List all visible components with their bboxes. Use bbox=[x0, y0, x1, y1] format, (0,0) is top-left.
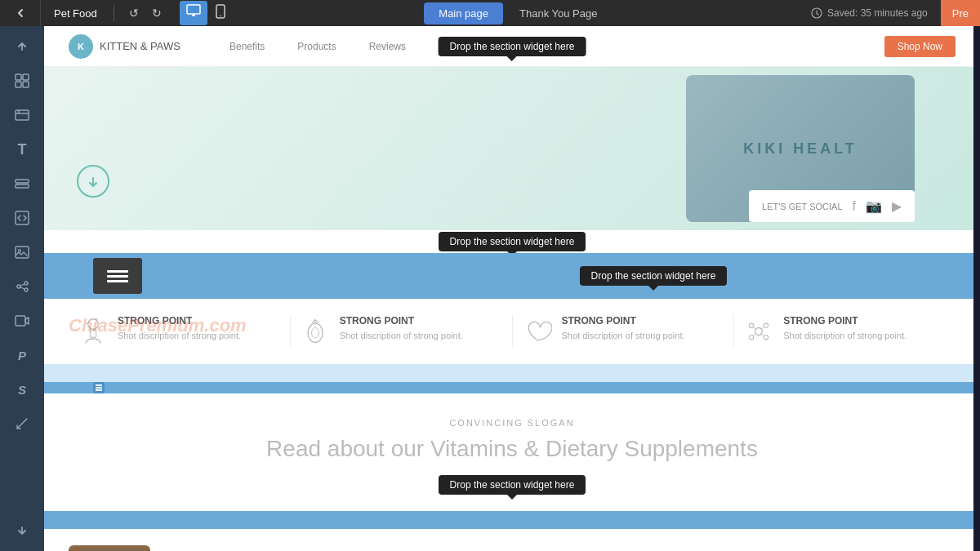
mobile-view-button[interactable] bbox=[209, 1, 232, 25]
text-icon: T bbox=[18, 141, 27, 158]
sidebar-layout[interactable] bbox=[6, 168, 38, 199]
youtube-icon[interactable]: ▶ bbox=[892, 198, 902, 214]
sidebar-text[interactable]: T bbox=[6, 134, 38, 165]
sidebar-video[interactable] bbox=[6, 305, 38, 336]
sidebar-paypal[interactable]: P bbox=[6, 340, 38, 371]
nav-link-benefits[interactable]: Benefits bbox=[229, 41, 265, 52]
redo-button[interactable]: ↻ bbox=[147, 5, 167, 21]
strong-point-1-icon bbox=[77, 315, 109, 348]
strong-point-2: STRONG POINT Shot discription of strong … bbox=[291, 315, 513, 348]
sidebar-image[interactable] bbox=[6, 237, 38, 268]
social-label: LET'S GET SOCIAL bbox=[762, 202, 842, 211]
strong-points-section: ChiasePremium.com STRONG POINT Shot disc… bbox=[44, 299, 980, 364]
svg-rect-36 bbox=[96, 389, 102, 391]
hero-brand-text: KIKI HEALT bbox=[743, 140, 858, 158]
svg-rect-22 bbox=[90, 330, 96, 337]
sp2-desc: Shot discription of strong point. bbox=[340, 330, 463, 342]
svg-line-31 bbox=[761, 327, 764, 330]
drop-tooltip-1: Drop the section widget here bbox=[439, 37, 586, 56]
desktop-view-button[interactable] bbox=[180, 1, 207, 25]
sidebar-scroll-up[interactable] bbox=[6, 31, 38, 62]
drop-zone-slogan: Drop the section widget here bbox=[69, 475, 956, 495]
drop-zone-blue-band: Drop the section widget here bbox=[327, 253, 980, 299]
sidebar-scroll-down[interactable] bbox=[6, 515, 38, 546]
strong-point-4-text: STRONG POINT Shot discription of strong … bbox=[783, 315, 906, 342]
svg-rect-9 bbox=[16, 180, 29, 183]
top-bar: Pet Food ↺ ↻ Main page Thank You Page Sa… bbox=[0, 0, 980, 26]
undo-redo-group: ↺ ↻ bbox=[118, 5, 173, 21]
sidebar-sections[interactable] bbox=[6, 65, 38, 96]
back-button[interactable] bbox=[0, 0, 41, 26]
svg-rect-8 bbox=[16, 110, 29, 120]
hero-arrow[interactable] bbox=[77, 165, 109, 198]
nav-section: K KITTEN & PAWS Benefits Products Review… bbox=[44, 26, 980, 67]
svg-rect-35 bbox=[96, 387, 102, 389]
page-name: Pet Food bbox=[41, 7, 110, 20]
strong-point-4-icon bbox=[742, 315, 775, 348]
undo-button[interactable]: ↺ bbox=[124, 5, 144, 21]
svg-rect-12 bbox=[16, 247, 29, 258]
drop-zone-nav: Drop the section widget here bbox=[439, 37, 586, 56]
saved-text: Saved: 35 minutes ago bbox=[827, 7, 928, 19]
nav-shop-button[interactable]: Shop Now bbox=[884, 36, 956, 57]
sp1-title: STRONG POINT bbox=[118, 315, 241, 327]
svg-point-15 bbox=[24, 282, 28, 285]
svg-line-33 bbox=[761, 334, 764, 336]
svg-point-21 bbox=[88, 319, 99, 330]
svg-point-23 bbox=[308, 323, 323, 342]
blue-band-section: Drop the section widget here bbox=[44, 253, 980, 299]
svg-line-30 bbox=[754, 327, 757, 330]
mini-widget bbox=[93, 382, 105, 393]
strong-point-1: STRONG POINT Shot discription of strong … bbox=[69, 315, 291, 348]
nav-link-reviews[interactable]: Reviews bbox=[369, 41, 406, 52]
drop-tooltip-4: Drop the section widget here bbox=[439, 475, 586, 495]
sp2-title: STRONG POINT bbox=[340, 315, 463, 327]
sidebar-media[interactable] bbox=[6, 100, 38, 131]
blue-spacer-bottom bbox=[44, 511, 980, 529]
slogan-main: Read about our Vitamins & Dietary Supple… bbox=[69, 436, 956, 462]
preview-button[interactable]: Pre bbox=[941, 0, 980, 26]
sidebar-social[interactable] bbox=[6, 271, 38, 302]
svg-point-14 bbox=[17, 285, 20, 288]
svg-rect-7 bbox=[23, 82, 29, 87]
nav-link-products[interactable]: Products bbox=[297, 41, 336, 52]
instagram-icon[interactable]: 📷 bbox=[866, 198, 882, 214]
product-bottle-image bbox=[69, 545, 150, 551]
section-widget-icon[interactable] bbox=[93, 258, 142, 294]
divider bbox=[114, 5, 114, 21]
mini-blue-band bbox=[44, 382, 980, 393]
sp1-desc: Shot discription of strong point. bbox=[118, 330, 241, 342]
light-blue-band bbox=[44, 364, 980, 382]
svg-point-28 bbox=[750, 335, 754, 340]
drop-tooltip-2: Drop the section widget here bbox=[439, 232, 586, 251]
paypal-icon: P bbox=[18, 349, 26, 362]
sidebar-embed[interactable] bbox=[6, 202, 38, 233]
svg-point-29 bbox=[764, 335, 768, 340]
sp4-title: STRONG POINT bbox=[783, 315, 906, 327]
facebook-icon[interactable]: f bbox=[853, 199, 856, 214]
sidebar-misc[interactable] bbox=[6, 408, 38, 439]
svg-rect-34 bbox=[96, 384, 102, 386]
tab-main-page[interactable]: Main page bbox=[424, 2, 503, 24]
strong-point-1-text: STRONG POINT Shot discription of strong … bbox=[118, 315, 241, 342]
svg-rect-20 bbox=[107, 280, 128, 282]
slogan-section: CONVINCING SLOGAN Read about our Vitamin… bbox=[44, 393, 980, 511]
hero-section: KIKI HEALT LET'S GET SOCIAL f 📷 ▶ bbox=[44, 67, 980, 230]
strong-point-4: STRONG POINT Shot discription of strong … bbox=[734, 315, 956, 348]
svg-point-16 bbox=[24, 288, 28, 291]
nav-logo: K bbox=[69, 34, 93, 59]
strong-point-3-text: STRONG POINT Shot discription of strong … bbox=[562, 315, 685, 342]
strong-point-3: STRONG POINT Shot discription of strong … bbox=[513, 315, 735, 348]
svg-rect-10 bbox=[16, 184, 29, 188]
tab-thank-you[interactable]: Thank You Page bbox=[505, 2, 612, 24]
right-scroll-strip bbox=[973, 26, 980, 551]
drop-tooltip-3: Drop the section widget here bbox=[580, 266, 728, 286]
device-icons-group bbox=[173, 1, 238, 25]
strong-point-3-icon bbox=[521, 315, 554, 348]
sidebar-stripe[interactable]: S bbox=[6, 374, 38, 405]
nav-brand: KITTEN & PAWS bbox=[100, 40, 180, 52]
page-wrapper: K KITTEN & PAWS Benefits Products Review… bbox=[44, 26, 980, 551]
svg-rect-0 bbox=[187, 5, 200, 14]
left-sidebar: T P S bbox=[0, 26, 44, 551]
stripe-icon: S bbox=[18, 383, 26, 397]
